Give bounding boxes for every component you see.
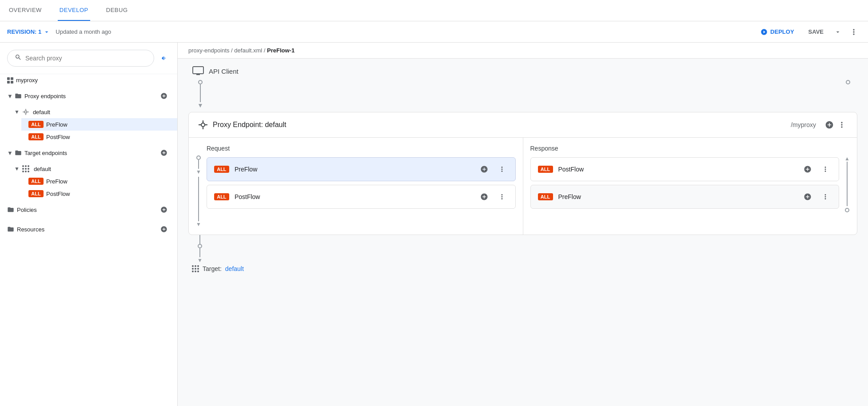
target-postflow-item[interactable]: ALL PostFlow	[21, 187, 177, 200]
api-client-label: API Client	[209, 68, 239, 75]
proxy-endpoint-box: Proxy Endpoint: default /myproxy	[188, 112, 857, 235]
tab-overview[interactable]: OVERVIEW	[7, 0, 44, 21]
target-row: Target: default	[188, 263, 857, 276]
proxy-preflow-item-wrap: ALL PreFlow ALL PostFlow	[7, 118, 177, 143]
api-client-connector	[188, 82, 857, 108]
response-postflow-item[interactable]: ALL PostFlow	[530, 157, 840, 181]
preflow-more-button[interactable]	[496, 163, 508, 175]
chevron-down-icon2: ▼	[7, 150, 13, 156]
deploy-icon	[760, 28, 768, 36]
add-target-endpoint-button[interactable]	[158, 147, 170, 159]
proxy-endpoint-title: Proxy Endpoint: default	[213, 121, 791, 129]
proxy-endpoint-default-item[interactable]: ▼ default	[7, 106, 177, 118]
canvas-diagram: API Client ▼	[178, 59, 868, 287]
top-nav: OVERVIEW DEVELOP DEBUG	[0, 0, 868, 21]
add-resource-button[interactable]	[158, 223, 170, 235]
request-panel: ▼ ▼ Request ALL PreFlow	[189, 138, 523, 235]
sidebar: myproxy ▼ Proxy endpoints ▼	[0, 43, 178, 406]
postflow-more-button[interactable]	[496, 191, 508, 203]
api-client-header: API Client	[188, 59, 239, 80]
target-endpoints-section: ▼ Target endpoints ▼ default	[0, 143, 177, 200]
target-flows-wrap: ALL PreFlow ALL PostFlow	[7, 175, 177, 200]
add-resp-preflow-policy-button[interactable]	[801, 191, 814, 203]
target-preflow-item[interactable]: ALL PreFlow	[21, 175, 177, 187]
canvas: proxy-endpoints / default.xml / PreFlow-…	[178, 43, 868, 406]
target-endpoints-default: ▼ default ALL PreFlow ALL Post	[0, 163, 177, 200]
svg-point-9	[201, 123, 205, 127]
toolbar: REVISION: 1 Updated a month ago DEPLOY S…	[0, 21, 868, 43]
target-endpoints-header[interactable]: ▼ Target endpoints	[0, 143, 177, 163]
policies-header[interactable]: Policies	[0, 200, 177, 219]
target-grid-icon	[192, 265, 199, 272]
chevron-down-icon: ▼	[7, 93, 13, 100]
connector-svg	[188, 82, 857, 108]
deploy-button[interactable]: DEPLOY	[755, 26, 799, 38]
request-postflow-item[interactable]: ALL PostFlow	[207, 185, 516, 209]
chevron-down-icon3: ▼	[14, 166, 20, 172]
add-resp-postflow-policy-button[interactable]	[801, 163, 814, 175]
add-flow-button[interactable]	[823, 119, 836, 131]
revision-button[interactable]: REVISION: 1	[7, 28, 50, 36]
request-preflow-label: PreFlow	[235, 166, 473, 173]
collapse-sidebar-button[interactable]	[158, 52, 170, 64]
tab-debug[interactable]: DEBUG	[104, 0, 130, 21]
response-preflow-label: PreFlow	[558, 193, 796, 200]
proxy-postflow-item[interactable]: ALL PostFlow	[21, 131, 177, 143]
folder-icon2	[15, 149, 22, 156]
sidebar-item-myproxy[interactable]: myproxy	[0, 74, 177, 86]
search-icon	[15, 54, 22, 63]
folder-icon3	[7, 206, 14, 213]
folder-icon4	[7, 226, 14, 233]
endpoint-more-button[interactable]	[836, 119, 848, 131]
svg-rect-5	[193, 67, 203, 74]
proxy-endpoints-section: ▼ Proxy endpoints ▼	[0, 86, 177, 143]
save-button[interactable]: SAVE	[803, 26, 829, 38]
proxy-endpoints-default: ▼ default ALL PreFlow	[0, 106, 177, 143]
main-layout: myproxy ▼ Proxy endpoints ▼	[0, 43, 868, 406]
tab-develop[interactable]: DEVELOP	[58, 0, 90, 21]
search-input[interactable]	[25, 55, 147, 62]
resources-header[interactable]: Resources	[0, 219, 177, 239]
proxy-endpoint-path: /myproxy	[791, 121, 816, 128]
crosshair-icon2	[198, 119, 208, 130]
bottom-connector: ▼	[188, 235, 857, 263]
add-postflow-policy-button[interactable]	[478, 191, 490, 203]
updated-text: Updated a month ago	[56, 28, 750, 35]
add-policy-button[interactable]	[158, 203, 170, 216]
breadcrumb: proxy-endpoints / default.xml / PreFlow-…	[178, 43, 868, 59]
chevron-down-icon: ▼	[14, 109, 20, 115]
search-input-wrap	[7, 50, 154, 67]
grid-icon2	[22, 165, 29, 172]
resp-postflow-more-button[interactable]	[819, 163, 832, 175]
response-preflow-item[interactable]: ALL PreFlow	[530, 185, 840, 209]
proxy-endpoints-header[interactable]: ▼ Proxy endpoints	[0, 86, 177, 106]
toolbar-right: DEPLOY SAVE	[755, 25, 861, 39]
target-link[interactable]: default	[225, 265, 244, 272]
save-dropdown-button[interactable]	[832, 26, 843, 38]
request-label: Request	[207, 145, 516, 152]
request-postflow-label: PostFlow	[235, 193, 473, 200]
proxy-endpoint-header: Proxy Endpoint: default /myproxy	[189, 112, 857, 138]
response-label: Response	[530, 145, 840, 152]
add-preflow-policy-button[interactable]	[478, 163, 490, 175]
more-options-button[interactable]	[847, 25, 861, 39]
add-proxy-endpoint-button[interactable]	[158, 90, 170, 102]
svg-point-0	[24, 111, 27, 113]
search-container	[0, 43, 177, 74]
folder-icon	[15, 92, 22, 100]
more-vert-icon	[849, 28, 858, 36]
target-label: Target:	[203, 265, 222, 272]
proxy-preflow-item[interactable]: ALL PreFlow	[21, 118, 177, 131]
chevron-down-icon	[834, 28, 841, 36]
monitor-icon	[192, 66, 204, 76]
resp-preflow-more-button[interactable]	[819, 191, 832, 203]
response-panel: Response ALL PostFlow	[523, 138, 857, 235]
crosshair-icon	[22, 108, 29, 115]
target-endpoint-default-item[interactable]: ▼ default	[7, 163, 177, 175]
response-postflow-label: PostFlow	[558, 166, 796, 173]
grid-icon	[7, 77, 13, 84]
request-preflow-item[interactable]: ALL PreFlow	[207, 157, 516, 181]
chevron-down-icon	[43, 28, 50, 36]
req-resp-container: ▼ ▼ Request ALL PreFlow	[189, 138, 857, 235]
